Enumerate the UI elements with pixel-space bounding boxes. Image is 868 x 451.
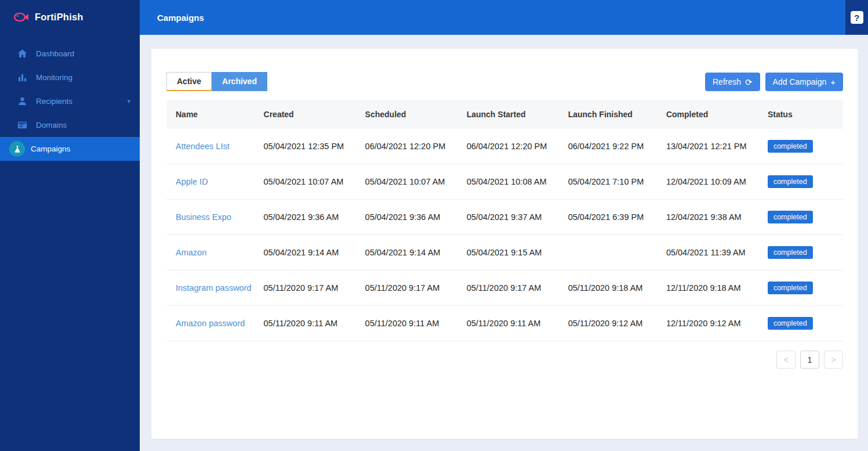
status-cell: completed	[762, 270, 843, 306]
launch-started-cell: 06/04/2021 12:20 PM	[461, 129, 562, 164]
column-header: Scheduled	[359, 100, 461, 129]
campaign-name-link[interactable]: Amazon password	[176, 319, 245, 328]
refresh-icon: ⟳	[745, 78, 753, 86]
completed-cell: 13/04/2021 12:21 PM	[660, 129, 762, 164]
campaigns-table: NameCreatedScheduledLaunch StartedLaunch…	[166, 100, 843, 341]
column-header: Completed	[660, 100, 762, 129]
created-cell: 05/04/2021 12:35 PM	[258, 129, 359, 164]
add-campaign-button-label: Add Campaign	[773, 77, 827, 86]
status-badge: completed	[768, 140, 813, 153]
completed-cell: 12/04/2021 10:09 AM	[660, 164, 762, 200]
brand: FortiPhish	[0, 0, 140, 35]
sidebar-nav: Dashboard Monitoring Recipients ▾ Domai	[0, 42, 140, 161]
sidebar-item-label: Monitoring	[36, 73, 72, 82]
controls-row: Active Archived Refresh ⟳ Add Campaign +	[166, 72, 843, 91]
tab-archived[interactable]: Archived	[212, 72, 267, 91]
campaign-name-cell: Amazon	[166, 235, 258, 270]
launch-finished-cell: 06/04/2021 9:22 PM	[562, 129, 660, 164]
campaign-name-link[interactable]: Instagram password	[176, 283, 252, 293]
sidebar-item-campaigns[interactable]: Campaigns	[0, 137, 140, 161]
top-header: Campaigns ?	[140, 0, 868, 35]
created-cell: 05/04/2021 9:36 AM	[258, 200, 359, 235]
status-badge: completed	[768, 211, 813, 223]
launch-started-cell: 05/04/2021 9:37 AM	[461, 200, 562, 235]
home-icon	[17, 49, 27, 59]
app-layout: FortiPhish Dashboard Monitoring Recipien…	[0, 0, 868, 451]
status-badge: completed	[768, 246, 813, 259]
column-header: Created	[258, 100, 359, 129]
launch-started-cell: 05/04/2021 9:15 AM	[461, 235, 562, 270]
launch-finished-cell: 05/11/2020 9:18 AM	[562, 270, 660, 306]
scheduled-cell: 06/04/2021 12:20 PM	[359, 129, 461, 164]
sidebar-item-recipients[interactable]: Recipients ▾	[0, 89, 140, 113]
table-row: Amazon password05/11/2020 9:11 AM05/11/2…	[166, 306, 843, 341]
pagination: < 1 >	[166, 351, 843, 369]
campaigns-card: Active Archived Refresh ⟳ Add Campaign +	[151, 49, 858, 439]
plus-icon: +	[830, 78, 836, 86]
scheduled-cell: 05/04/2021 9:36 AM	[359, 200, 461, 235]
sidebar-item-label: Domains	[36, 121, 67, 129]
chevron-down-icon[interactable]: ▾	[127, 98, 130, 105]
campaign-name-link[interactable]: Attendees LIst	[176, 142, 230, 151]
page-number-button[interactable]: 1	[800, 351, 819, 369]
table-row: Apple ID05/04/2021 10:07 AM05/04/2021 10…	[166, 164, 843, 200]
sidebar-item-label: Recipients	[36, 97, 72, 106]
scheduled-cell: 05/04/2021 10:07 AM	[359, 164, 461, 200]
campaign-name-cell: Instagram password	[166, 270, 258, 306]
column-header: Status	[762, 100, 843, 129]
launch-finished-cell: 05/04/2021 7:10 PM	[562, 164, 660, 200]
campaign-name-cell: Business Expo	[166, 200, 258, 235]
completed-cell: 12/04/2021 9:38 AM	[660, 200, 762, 235]
campaign-name-link[interactable]: Apple ID	[176, 177, 208, 186]
refresh-button[interactable]: Refresh ⟳	[705, 73, 760, 91]
user-icon	[17, 96, 27, 107]
sidebar: FortiPhish Dashboard Monitoring Recipien…	[0, 0, 140, 451]
table-row: Attendees LIst05/04/2021 12:35 PM06/04/2…	[166, 129, 843, 164]
main-area: Campaigns ? Active Archived Refresh ⟳	[140, 0, 868, 451]
sidebar-item-dashboard[interactable]: Dashboard	[0, 42, 140, 66]
scheduled-cell: 05/11/2020 9:11 AM	[359, 306, 461, 341]
launch-finished-cell	[562, 235, 660, 270]
previous-page-button[interactable]: <	[776, 351, 796, 369]
table-body: Attendees LIst05/04/2021 12:35 PM06/04/2…	[166, 129, 843, 341]
add-campaign-button[interactable]: Add Campaign +	[765, 73, 843, 91]
flask-icon	[9, 141, 25, 157]
table-header-row: NameCreatedScheduledLaunch StartedLaunch…	[166, 100, 843, 129]
created-cell: 05/04/2021 10:07 AM	[258, 164, 359, 200]
column-header: Launch Started	[461, 100, 562, 129]
sidebar-item-domains[interactable]: Domains	[0, 113, 140, 137]
help-button[interactable]: ?	[845, 0, 868, 35]
launch-started-cell: 05/11/2020 9:17 AM	[461, 270, 562, 306]
status-cell: completed	[762, 164, 843, 200]
refresh-button-label: Refresh	[713, 77, 741, 86]
launch-finished-cell: 05/11/2020 9:12 AM	[562, 306, 660, 341]
campaign-name-link[interactable]: Amazon	[176, 248, 206, 257]
status-cell: completed	[762, 129, 843, 164]
status-cell: completed	[762, 235, 843, 270]
page-title: Campaigns	[140, 13, 845, 23]
brand-name: FortiPhish	[35, 12, 83, 23]
next-page-button[interactable]: >	[824, 351, 843, 369]
completed-cell: 12/11/2020 9:18 AM	[660, 270, 762, 306]
sidebar-item-monitoring[interactable]: Monitoring	[0, 66, 140, 89]
toolbar: Refresh ⟳ Add Campaign +	[705, 73, 843, 91]
launch-started-cell: 05/11/2020 9:11 AM	[461, 306, 562, 341]
status-badge: completed	[768, 282, 813, 294]
content-area: Active Archived Refresh ⟳ Add Campaign +	[140, 35, 868, 451]
table-row: Business Expo05/04/2021 9:36 AM05/04/202…	[166, 200, 843, 235]
launch-started-cell: 05/04/2021 10:08 AM	[461, 164, 562, 200]
campaign-name-cell: Attendees LIst	[166, 129, 258, 164]
status-badge: completed	[768, 317, 813, 330]
tab-active[interactable]: Active	[166, 72, 212, 91]
fortiphish-logo-icon	[14, 11, 29, 23]
browser-icon	[17, 120, 27, 131]
status-badge: completed	[768, 175, 813, 188]
created-cell: 05/04/2021 9:14 AM	[258, 235, 359, 270]
completed-cell: 12/11/2020 9:12 AM	[660, 306, 762, 341]
campaign-name-link[interactable]: Business Expo	[176, 212, 231, 222]
bar-chart-icon	[17, 73, 27, 83]
completed-cell: 05/04/2021 11:39 AM	[660, 235, 762, 270]
created-cell: 05/11/2020 9:17 AM	[258, 270, 359, 306]
campaign-tabs: Active Archived	[166, 72, 267, 91]
status-cell: completed	[762, 306, 843, 341]
